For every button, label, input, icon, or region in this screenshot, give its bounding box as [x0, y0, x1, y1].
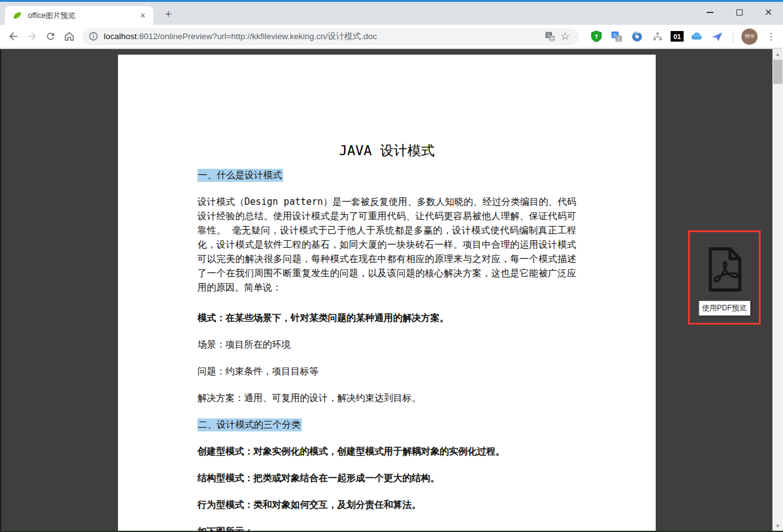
translate-extension-icon[interactable]: G 文	[609, 29, 624, 44]
doc-block-heading: 一、什么是设计模式	[197, 168, 576, 183]
scrollbar-thumb[interactable]	[773, 60, 782, 84]
new-tab-button[interactable]: +	[160, 6, 176, 22]
scroll-up-icon[interactable]: ▲	[772, 49, 783, 59]
window-controls: ✕	[695, 2, 783, 23]
01-extension-icon[interactable]: 01	[671, 31, 684, 42]
document-page: JAVA 设计模式一、什么是设计模式设计模式（Design pattern）是一…	[118, 55, 656, 531]
address-bar[interactable]: localhost:8012/onlinePreview?url=http://…	[82, 28, 579, 45]
browser-window: office图片预览 × + ✕ localho	[0, 0, 783, 532]
translate-page-icon[interactable]: G 文	[543, 30, 558, 43]
doc-block-heading: 二、设计模式的三个分类	[197, 418, 576, 432]
url-host: localhost	[104, 32, 137, 41]
spring-leaf-favicon	[12, 11, 22, 20]
pdf-preview-button[interactable]: 使用PDF预览	[688, 230, 761, 325]
sitemap-extension-icon[interactable]	[650, 29, 665, 44]
doc-block-para: 问题：约束条件，项目目标等	[197, 364, 576, 379]
doc-block-para: 场景：项目所在的环境	[197, 338, 576, 352]
browser-menu-icon[interactable]: ⋮	[763, 30, 779, 42]
doc-content: JAVA 设计模式一、什么是设计模式设计模式（Design pattern）是一…	[197, 142, 576, 532]
close-button[interactable]: ✕	[754, 2, 783, 23]
doc-block-para: 解决方案：通用、可复用的设计，解决约束达到目标。	[197, 391, 576, 405]
tab-close-icon[interactable]: ×	[137, 10, 148, 21]
reload-button[interactable]	[41, 27, 60, 46]
back-button[interactable]	[4, 27, 22, 46]
bird-extension-icon[interactable]	[710, 29, 725, 44]
highlighted-heading: 二、设计模式的三个分类	[197, 418, 302, 431]
doc-block-bold: 如下图所示：	[197, 525, 576, 532]
pdf-file-icon	[702, 246, 747, 293]
minimize-icon	[707, 12, 713, 12]
forward-button[interactable]	[22, 27, 41, 46]
profile-avatar[interactable]: 精华	[741, 29, 758, 45]
vertical-scrollbar[interactable]: ▲ ▼	[772, 49, 783, 531]
svg-text:T: T	[594, 33, 598, 40]
highlighted-heading: 一、什么是设计模式	[197, 169, 283, 182]
extensions-row: T G 文	[589, 29, 779, 45]
tab-title: office图片预览	[28, 11, 137, 21]
doc-block-bold: 结构型模式：把类或对象结合在一起形成一个更大的结构。	[197, 471, 576, 485]
tab-bar: office图片预览 × + ✕	[0, 2, 783, 25]
svg-text:文: 文	[550, 36, 554, 40]
pdf-preview-label: 使用PDF预览	[699, 300, 751, 316]
page-info-icon[interactable]	[88, 31, 99, 42]
doc-block-bold: 创建型模式：对象实例化的模式，创建型模式用于解耦对象的实例化过程。	[197, 444, 576, 459]
bookmark-star-icon[interactable]: ☆	[558, 30, 573, 43]
blue-swirl-extension-icon[interactable]	[630, 29, 645, 44]
reload-icon	[45, 31, 56, 42]
green-shield-extension-icon[interactable]: T	[589, 29, 604, 44]
page-content-area: JAVA 设计模式一、什么是设计模式设计模式（Design pattern）是一…	[0, 49, 783, 532]
svg-text:文: 文	[617, 36, 622, 42]
scroll-down-icon[interactable]: ▼	[772, 521, 783, 531]
url-text[interactable]: localhost:8012/onlinePreview?url=http://…	[104, 31, 543, 42]
back-icon	[7, 30, 19, 42]
cloud-extension-icon[interactable]	[689, 29, 704, 44]
forward-icon	[26, 30, 38, 42]
doc-block-para: 设计模式（Design pattern）是一套被反复使用、多数人知晓的、经过分类…	[197, 195, 576, 295]
maximize-button[interactable]	[725, 2, 754, 23]
toolbar-separator	[733, 30, 733, 43]
maximize-icon	[736, 9, 743, 16]
minimize-button[interactable]	[695, 2, 725, 23]
browser-tab[interactable]: office图片预览 ×	[5, 6, 153, 25]
home-button[interactable]	[60, 27, 78, 46]
home-icon	[63, 30, 75, 42]
doc-block-bold: 行为型模式：类和对象如何交互，及划分责任和算法。	[197, 498, 576, 512]
url-path: :8012/onlinePreview?url=http://kkfilevie…	[137, 32, 377, 41]
doc-block-title: JAVA 设计模式	[197, 142, 576, 160]
browser-toolbar: localhost:8012/onlinePreview?url=http://…	[0, 25, 783, 48]
doc-block-bold: 模式：在某些场景下，针对某类问题的某种通用的解决方案。	[197, 311, 576, 325]
